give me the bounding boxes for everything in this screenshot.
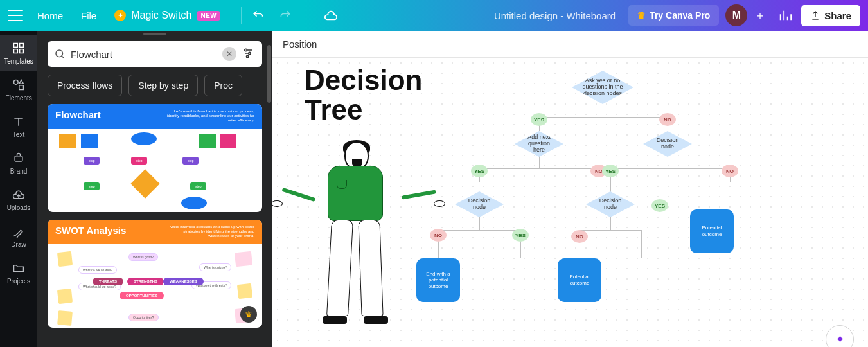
rail-label: Projects	[7, 278, 30, 285]
svg-rect-5	[19, 85, 24, 90]
svg-rect-1	[20, 44, 24, 48]
side-rail: Templates Elements Text Brand Uploads Dr…	[0, 31, 37, 347]
position-button[interactable]: Position	[283, 39, 317, 49]
new-badge: NEW	[197, 11, 220, 21]
undo-button[interactable]	[251, 8, 266, 23]
insights-icon[interactable]	[775, 6, 795, 25]
templates-icon	[12, 41, 26, 55]
rail-brand[interactable]: Brand	[0, 145, 37, 181]
canvas-toolbar: Position	[272, 31, 868, 58]
clear-search-button[interactable]: ✕	[222, 47, 236, 61]
svg-rect-6	[15, 156, 22, 161]
svg-rect-0	[14, 44, 18, 48]
search-input[interactable]	[71, 49, 217, 60]
node-no[interactable]: NO	[659, 113, 676, 126]
rail-label: Elements	[5, 94, 32, 102]
try-pro-label: Try Canva Pro	[650, 10, 710, 21]
chip-more[interactable]: Proc	[204, 75, 242, 96]
canvas-title[interactable]: Decision Tree	[305, 66, 422, 125]
try-pro-button[interactable]: ♛ Try Canva Pro	[628, 5, 719, 26]
svg-point-10	[247, 55, 249, 57]
magic-switch-label: Magic Switch	[131, 10, 191, 21]
node-yes[interactable]: YES	[471, 165, 488, 177]
divider	[314, 7, 314, 24]
rail-templates[interactable]: Templates	[0, 35, 37, 71]
svg-point-4	[14, 80, 19, 85]
thumb-title: Flowchart	[55, 109, 101, 120]
node-add-question[interactable]: Add next question here	[515, 131, 563, 157]
share-button[interactable]: Share	[801, 5, 860, 26]
svg-rect-2	[14, 49, 18, 53]
top-menu-bar: Home File ✦ Magic Switch NEW Untitled de…	[0, 0, 868, 31]
thumb-title: SWOT Analysis	[55, 225, 126, 236]
node-yes[interactable]: YES	[512, 229, 529, 242]
add-collaborator-button[interactable]: ＋	[751, 6, 769, 24]
rail-label: Uploads	[7, 204, 31, 211]
chip-step-by-step[interactable]: Step by step	[128, 75, 198, 96]
draw-icon	[12, 224, 26, 238]
whiteboard-canvas[interactable]: Decision Tree	[272, 58, 868, 347]
search-icon	[54, 48, 66, 60]
node-yes[interactable]: YES	[651, 199, 668, 212]
svg-point-8	[245, 49, 247, 51]
rail-draw[interactable]: Draw	[0, 218, 37, 254]
text-icon	[12, 114, 26, 129]
filter-icon[interactable]	[242, 47, 256, 61]
upload-icon	[810, 10, 820, 21]
assistant-button[interactable]: ✦	[826, 325, 854, 347]
nav-file[interactable]: File	[81, 10, 96, 21]
rail-label: Templates	[4, 58, 33, 65]
pro-badge-icon: ♛	[240, 306, 257, 323]
search-bar: ✕	[48, 41, 262, 67]
node-no[interactable]: NO	[722, 165, 738, 177]
share-label: Share	[824, 10, 851, 21]
node-outcome[interactable]: End with a potential outcome	[416, 258, 460, 302]
svg-point-7	[56, 50, 63, 57]
node-yes[interactable]: YES	[531, 113, 547, 126]
document-title[interactable]: Untitled design - Whiteboard	[494, 10, 616, 21]
divider	[241, 7, 242, 24]
uploads-icon	[12, 188, 26, 202]
thumb-subtitle: Make informed decisions and come up with…	[164, 225, 254, 239]
node-decision[interactable]: Decision node	[455, 191, 504, 217]
node-decision[interactable]: Decision node	[643, 131, 692, 157]
rail-elements[interactable]: Elements	[0, 71, 37, 108]
rail-uploads[interactable]: Uploads	[0, 181, 37, 218]
thumb-preview: What do we do well? What should we avoid…	[48, 244, 262, 325]
rail-label: Text	[13, 131, 24, 138]
template-results[interactable]: Flowchart Let's use this flowchart to ma…	[37, 104, 272, 347]
brand-icon	[12, 151, 26, 165]
cloud-sync-icon[interactable]	[323, 8, 339, 23]
sparkle-icon: ✦	[114, 10, 126, 21]
svg-point-9	[249, 52, 251, 54]
rail-projects[interactable]: Projects	[0, 254, 37, 291]
rail-label: Draw	[11, 241, 26, 248]
templates-panel: ✕ Process flows Step by step Proc Flowch…	[37, 31, 272, 347]
node-no[interactable]: NO	[430, 229, 447, 242]
template-swot[interactable]: SWOT Analysis Make informed decisions an…	[48, 220, 262, 328]
panel-resize-handle[interactable]	[37, 31, 272, 36]
node-root[interactable]: Ask yes or no questions in the decision …	[572, 71, 633, 104]
node-decision[interactable]: Decision node	[586, 191, 635, 217]
menu-icon[interactable]	[8, 10, 23, 21]
nav-home[interactable]: Home	[37, 10, 63, 21]
crown-icon: ♛	[637, 10, 646, 21]
node-yes[interactable]: YES	[602, 165, 619, 177]
canvas-area: Position Decision Tree	[272, 31, 868, 347]
person-illustration[interactable]	[305, 141, 411, 334]
filter-chips: Process flows Step by step Proc	[37, 72, 272, 104]
node-outcome[interactable]: Potential outcome	[690, 209, 734, 253]
node-outcome[interactable]: Potential outcome	[558, 258, 601, 302]
projects-icon	[12, 261, 26, 275]
nav-magic-switch[interactable]: ✦ Magic Switch NEW	[114, 10, 220, 21]
template-flowchart[interactable]: Flowchart Let's use this flowchart to ma…	[48, 104, 262, 212]
rail-text[interactable]: Text	[0, 108, 37, 145]
node-no[interactable]: NO	[571, 230, 588, 243]
thumb-subtitle: Let's use this flowchart to map out our …	[164, 109, 254, 123]
svg-rect-3	[20, 49, 24, 53]
thumb-preview: step step step step step	[48, 129, 262, 209]
rail-label: Brand	[10, 168, 28, 175]
user-avatar[interactable]: M	[725, 4, 747, 26]
chip-process-flows[interactable]: Process flows	[48, 75, 122, 96]
redo-button[interactable]	[278, 8, 293, 23]
